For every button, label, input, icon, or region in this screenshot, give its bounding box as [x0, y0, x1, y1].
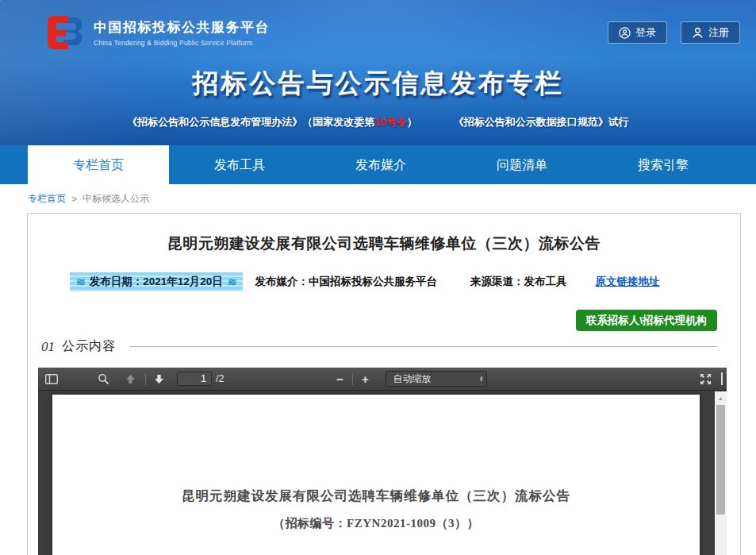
publish-date-text: 发布日期：2021年12月20日 [90, 275, 223, 289]
tab-publish-tool[interactable]: 发布工具 [169, 145, 310, 184]
header-top-bar: 中国招标投标公共服务平台 China Tendering & Bidding P… [0, 0, 756, 56]
page-number-input[interactable] [177, 372, 212, 386]
announcement-meta: ≋ 发布日期：2021年12月20日 ≋ 发布媒介：中国招标投标公共服务平台 来… [28, 272, 740, 291]
auth-buttons: 登录 注册 [608, 21, 740, 44]
document-tender-number-line: （招标编号：FZYN2021-1009（3）） [52, 516, 700, 531]
source-channel-text: 来源渠道：发布工具 [470, 275, 567, 289]
document-title-line: 昆明元朔建设发展有限公司选聘车辆维修单位（三次）流标公告 [52, 488, 700, 505]
main-navbar: 专栏首页 发布工具 发布媒介 问题清单 搜索引擎 [0, 145, 756, 184]
breadcrumb-home-link[interactable]: 专栏首页 [28, 192, 66, 206]
banner-title: 招标公告与公示信息发布专栏 [0, 66, 756, 102]
pdf-toolbar: /2 − + 自动缩放 ▴ ▾ [38, 368, 727, 391]
search-icon [98, 373, 109, 385]
select-spinner-icon: ▴ ▾ [480, 376, 483, 383]
zoom-mode-value: 自动缩放 [393, 372, 431, 386]
pdf-viewer: /2 − + 自动缩放 ▴ ▾ [38, 368, 727, 555]
decree-number-red: 10号令 [374, 116, 406, 128]
site-name-cn: 中国招标投标公共服务平台 [94, 18, 270, 37]
announcement-card: 昆明元朔建设发展有限公司选聘车辆维修单位（三次）流标公告 ≋ 发布日期：2021… [27, 213, 741, 555]
toolbar-divider [352, 373, 353, 385]
section-number: 01 [41, 339, 55, 355]
section-divider-line [130, 346, 717, 347]
page-total-label: /2 [216, 373, 224, 384]
presentation-mode-button[interactable] [697, 370, 714, 387]
regulation-measures: 《招标公告和公示信息发布管理办法》（国家发改委第10号令） [127, 115, 416, 129]
tab-column-home[interactable]: 专栏首页 [28, 145, 169, 184]
regulation-measures-close: ） [407, 116, 417, 128]
register-user-icon [692, 27, 704, 39]
scrollbar-up-arrow-icon[interactable]: ▲ [715, 391, 727, 401]
find-button[interactable] [94, 370, 112, 387]
toolbar-divider [145, 373, 146, 385]
section-title: 公示内容 [62, 338, 116, 355]
breadcrumb: 专栏首页 > 中标候选人公示 [0, 184, 756, 213]
page-up-arrow-icon [125, 374, 136, 384]
login-label: 登录 [635, 25, 656, 40]
regulation-spec: 《招标公告和公示数据接口规范》试行 [454, 115, 629, 129]
page-up-button[interactable] [121, 370, 139, 387]
site-header: 中国招标投标公共服务平台 China Tendering & Bidding P… [0, 0, 756, 145]
scrollbar-thumb[interactable] [716, 405, 725, 515]
login-user-circle-icon [619, 27, 631, 39]
wave-decoration-left: ≋ [76, 276, 85, 288]
login-button[interactable]: 登录 [608, 21, 667, 44]
regulation-measures-text: 《招标公告和公示信息发布管理办法》（国家发改委第 [127, 116, 374, 128]
announcement-title: 昆明元朔建设发展有限公司选聘车辆维修单位（三次）流标公告 [28, 233, 740, 254]
breadcrumb-separator: > [71, 194, 77, 205]
tab-publish-media[interactable]: 发布媒介 [310, 145, 451, 184]
contact-button-row: 联系招标人\招标代理机构 [28, 310, 740, 331]
zoom-in-button[interactable]: + [357, 372, 373, 386]
register-button[interactable]: 注册 [681, 21, 740, 44]
pdf-scrollbar[interactable]: ▲ [715, 391, 727, 555]
toolbar-scroll-indicator [721, 372, 723, 385]
page-down-arrow-icon [154, 374, 164, 384]
pdf-page: 昆明元朔建设发展有限公司选聘车辆维修单位（三次）流标公告 （招标编号：FZYN2… [52, 395, 700, 555]
page-down-button[interactable] [150, 370, 167, 387]
register-label: 注册 [708, 25, 729, 40]
sidebar-toggle-icon [45, 374, 58, 384]
publish-date-badge: ≋ 发布日期：2021年12月20日 ≋ [70, 272, 243, 291]
site-name: 中国招标投标公共服务平台 China Tendering & Bidding P… [94, 18, 270, 47]
zoom-mode-select[interactable]: 自动缩放 ▴ ▾ [386, 371, 487, 387]
tab-issue-list[interactable]: 问题清单 [451, 145, 593, 184]
banner-regulations: 《招标公告和公示信息发布管理办法》（国家发改委第10号令） 《招标公告和公示数据… [0, 115, 756, 129]
breadcrumb-current: 中标候选人公示 [83, 192, 149, 206]
original-link[interactable]: 原文链接地址 [596, 275, 660, 289]
contact-bidder-button[interactable]: 联系招标人\招标代理机构 [576, 310, 717, 331]
tab-search-engine[interactable]: 搜索引擎 [593, 145, 734, 184]
publish-media-text: 发布媒介：中国招标投标公共服务平台 [255, 275, 438, 289]
sidebar-toggle-button[interactable] [43, 370, 60, 387]
zoom-out-button[interactable]: − [332, 372, 347, 386]
spinner-down-glyph: ▾ [480, 379, 483, 383]
section-header: 01 公示内容 [28, 338, 740, 355]
wave-decoration-right: ≋ [228, 276, 236, 288]
site-name-en: China Tendering & Bidding Public Service… [94, 39, 270, 47]
pdf-body: 昆明元朔建设发展有限公司选聘车辆维修单位（三次）流标公告 （招标编号：FZYN2… [38, 391, 727, 555]
fullscreen-icon [700, 373, 712, 385]
platform-logo-icon [44, 14, 84, 51]
